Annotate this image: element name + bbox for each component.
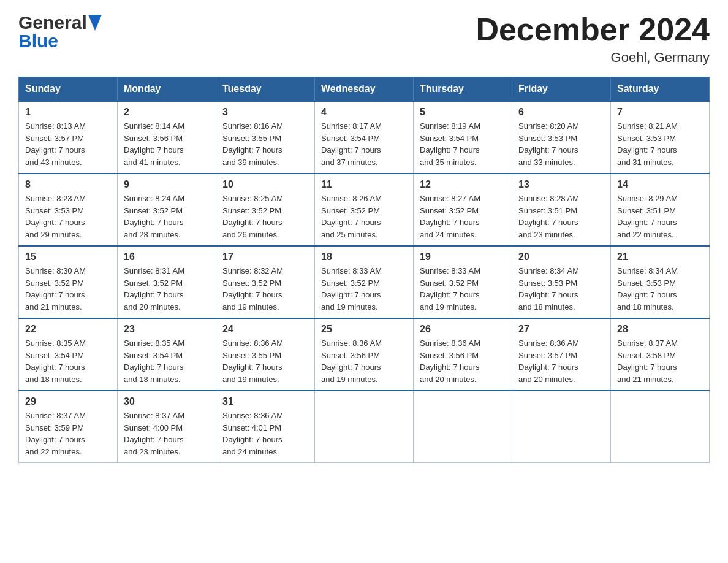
day-info: Sunrise: 8:36 AM Sunset: 3:56 PM Dayligh… (420, 337, 506, 385)
day-number: 29 (25, 396, 111, 407)
calendar-cell: 6 Sunrise: 8:20 AM Sunset: 3:53 PM Dayli… (512, 101, 611, 174)
title-block: December 2024 Goehl, Germany (476, 12, 710, 66)
calendar-cell: 20 Sunrise: 8:34 AM Sunset: 3:53 PM Dayl… (512, 246, 611, 318)
page-subtitle: Goehl, Germany (476, 50, 710, 66)
day-info: Sunrise: 8:37 AM Sunset: 3:59 PM Dayligh… (25, 410, 111, 458)
calendar-table: SundayMondayTuesdayWednesdayThursdayFrid… (18, 77, 710, 463)
day-info: Sunrise: 8:36 AM Sunset: 3:57 PM Dayligh… (518, 337, 604, 385)
calendar-cell (611, 391, 710, 463)
calendar-cell: 29 Sunrise: 8:37 AM Sunset: 3:59 PM Dayl… (19, 391, 118, 463)
day-number: 19 (420, 251, 506, 262)
day-info: Sunrise: 8:28 AM Sunset: 3:51 PM Dayligh… (518, 193, 604, 240)
logo-blue-text: Blue (18, 31, 58, 51)
day-info: Sunrise: 8:21 AM Sunset: 3:53 PM Dayligh… (617, 120, 703, 168)
day-number: 5 (420, 107, 506, 118)
day-number: 18 (321, 251, 407, 262)
day-number: 21 (617, 251, 703, 262)
day-info: Sunrise: 8:36 AM Sunset: 3:55 PM Dayligh… (222, 337, 308, 385)
page-title: December 2024 (476, 12, 710, 47)
day-info: Sunrise: 8:23 AM Sunset: 3:53 PM Dayligh… (25, 193, 111, 240)
calendar-header-thursday: Thursday (414, 77, 512, 102)
calendar-cell: 14 Sunrise: 8:29 AM Sunset: 3:51 PM Dayl… (611, 174, 710, 246)
calendar-cell: 2 Sunrise: 8:14 AM Sunset: 3:56 PM Dayli… (118, 101, 216, 174)
day-info: Sunrise: 8:32 AM Sunset: 3:52 PM Dayligh… (222, 265, 308, 313)
day-number: 2 (124, 107, 210, 118)
day-number: 23 (124, 324, 210, 335)
calendar-cell: 13 Sunrise: 8:28 AM Sunset: 3:51 PM Dayl… (512, 174, 611, 246)
day-number: 22 (25, 324, 111, 335)
day-info: Sunrise: 8:34 AM Sunset: 3:53 PM Dayligh… (518, 265, 604, 313)
day-info: Sunrise: 8:29 AM Sunset: 3:51 PM Dayligh… (617, 193, 703, 240)
calendar-cell: 8 Sunrise: 8:23 AM Sunset: 3:53 PM Dayli… (19, 174, 118, 246)
calendar-cell: 9 Sunrise: 8:24 AM Sunset: 3:52 PM Dayli… (118, 174, 216, 246)
day-info: Sunrise: 8:35 AM Sunset: 3:54 PM Dayligh… (124, 337, 210, 385)
day-number: 15 (25, 251, 111, 262)
day-number: 28 (617, 324, 703, 335)
calendar-cell: 18 Sunrise: 8:33 AM Sunset: 3:52 PM Dayl… (315, 246, 414, 318)
calendar-header-wednesday: Wednesday (315, 77, 414, 102)
week-row-4: 22 Sunrise: 8:35 AM Sunset: 3:54 PM Dayl… (19, 318, 710, 391)
day-number: 26 (420, 324, 506, 335)
day-number: 11 (321, 179, 407, 190)
day-info: Sunrise: 8:26 AM Sunset: 3:52 PM Dayligh… (321, 193, 407, 240)
calendar-cell: 12 Sunrise: 8:27 AM Sunset: 3:52 PM Dayl… (414, 174, 512, 246)
day-info: Sunrise: 8:27 AM Sunset: 3:52 PM Dayligh… (420, 193, 506, 240)
day-info: Sunrise: 8:17 AM Sunset: 3:54 PM Dayligh… (321, 120, 407, 168)
calendar-cell: 28 Sunrise: 8:37 AM Sunset: 3:58 PM Dayl… (611, 318, 710, 391)
calendar-cell: 15 Sunrise: 8:30 AM Sunset: 3:52 PM Dayl… (19, 246, 118, 318)
calendar-header-monday: Monday (118, 77, 216, 102)
day-info: Sunrise: 8:35 AM Sunset: 3:54 PM Dayligh… (25, 337, 111, 385)
calendar-cell: 16 Sunrise: 8:31 AM Sunset: 3:52 PM Dayl… (118, 246, 216, 318)
day-number: 31 (222, 396, 308, 407)
day-number: 17 (222, 251, 308, 262)
day-info: Sunrise: 8:30 AM Sunset: 3:52 PM Dayligh… (25, 265, 111, 313)
day-number: 16 (124, 251, 210, 262)
day-number: 20 (518, 251, 604, 262)
day-number: 14 (617, 179, 703, 190)
day-number: 12 (420, 179, 506, 190)
day-number: 24 (222, 324, 308, 335)
day-number: 30 (124, 396, 210, 407)
calendar-cell: 11 Sunrise: 8:26 AM Sunset: 3:52 PM Dayl… (315, 174, 414, 246)
day-number: 10 (222, 179, 308, 190)
calendar-cell: 19 Sunrise: 8:33 AM Sunset: 3:52 PM Dayl… (414, 246, 512, 318)
day-info: Sunrise: 8:24 AM Sunset: 3:52 PM Dayligh… (124, 193, 210, 240)
svg-marker-0 (88, 15, 102, 31)
day-info: Sunrise: 8:36 AM Sunset: 3:56 PM Dayligh… (321, 337, 407, 385)
calendar-cell: 10 Sunrise: 8:25 AM Sunset: 3:52 PM Dayl… (216, 174, 315, 246)
calendar-header-tuesday: Tuesday (216, 77, 315, 102)
calendar-cell (512, 391, 611, 463)
calendar-header-row: SundayMondayTuesdayWednesdayThursdayFrid… (19, 77, 710, 102)
week-row-2: 8 Sunrise: 8:23 AM Sunset: 3:53 PM Dayli… (19, 174, 710, 246)
calendar-cell: 5 Sunrise: 8:19 AM Sunset: 3:54 PM Dayli… (414, 101, 512, 174)
day-info: Sunrise: 8:37 AM Sunset: 3:58 PM Dayligh… (617, 337, 703, 385)
day-info: Sunrise: 8:36 AM Sunset: 4:01 PM Dayligh… (222, 410, 308, 458)
day-number: 6 (518, 107, 604, 118)
week-row-5: 29 Sunrise: 8:37 AM Sunset: 3:59 PM Dayl… (19, 391, 710, 463)
logo-arrow-icon (88, 15, 102, 31)
day-info: Sunrise: 8:14 AM Sunset: 3:56 PM Dayligh… (124, 120, 210, 168)
calendar-cell: 21 Sunrise: 8:34 AM Sunset: 3:53 PM Dayl… (611, 246, 710, 318)
day-info: Sunrise: 8:33 AM Sunset: 3:52 PM Dayligh… (321, 265, 407, 313)
day-number: 7 (617, 107, 703, 118)
calendar-cell: 17 Sunrise: 8:32 AM Sunset: 3:52 PM Dayl… (216, 246, 315, 318)
day-number: 4 (321, 107, 407, 118)
day-number: 13 (518, 179, 604, 190)
day-number: 27 (518, 324, 604, 335)
calendar-cell: 25 Sunrise: 8:36 AM Sunset: 3:56 PM Dayl… (315, 318, 414, 391)
week-row-1: 1 Sunrise: 8:13 AM Sunset: 3:57 PM Dayli… (19, 101, 710, 174)
calendar-cell: 1 Sunrise: 8:13 AM Sunset: 3:57 PM Dayli… (19, 101, 118, 174)
calendar-cell (315, 391, 414, 463)
calendar-cell: 31 Sunrise: 8:36 AM Sunset: 4:01 PM Dayl… (216, 391, 315, 463)
day-info: Sunrise: 8:19 AM Sunset: 3:54 PM Dayligh… (420, 120, 506, 168)
calendar-cell (414, 391, 512, 463)
logo: General Blue (18, 12, 102, 52)
calendar-cell: 7 Sunrise: 8:21 AM Sunset: 3:53 PM Dayli… (611, 101, 710, 174)
day-info: Sunrise: 8:37 AM Sunset: 4:00 PM Dayligh… (124, 410, 210, 458)
calendar-cell: 22 Sunrise: 8:35 AM Sunset: 3:54 PM Dayl… (19, 318, 118, 391)
day-info: Sunrise: 8:20 AM Sunset: 3:53 PM Dayligh… (518, 120, 604, 168)
day-info: Sunrise: 8:34 AM Sunset: 3:53 PM Dayligh… (617, 265, 703, 313)
calendar-header-saturday: Saturday (611, 77, 710, 102)
day-number: 3 (222, 107, 308, 118)
day-number: 25 (321, 324, 407, 335)
